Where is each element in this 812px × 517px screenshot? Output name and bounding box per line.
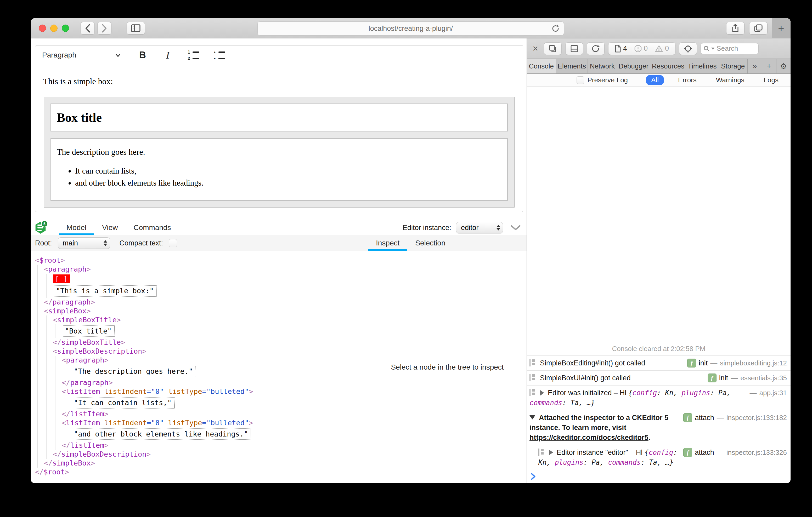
box-title-heading[interactable]: Box title	[57, 110, 501, 125]
dock-to-window-button[interactable]	[544, 42, 562, 55]
tree-line[interactable]: <$root>	[31, 256, 368, 265]
simple-box-title[interactable]: Box title	[51, 103, 508, 131]
console-message[interactable]: SimpleBoxEditing#init() got calledfinit—…	[527, 356, 790, 370]
disclosure-right-icon[interactable]	[540, 390, 544, 396]
compact-text-checkbox[interactable]	[169, 239, 177, 247]
bold-button[interactable]: B	[137, 50, 148, 61]
tree-text-node[interactable]: "Box title"	[62, 326, 115, 337]
address-bar[interactable]: localhost/creating-a-plugin/	[257, 22, 564, 35]
tree-line[interactable]: <simpleBoxTitle>	[31, 315, 368, 324]
tree-line[interactable]: <paragraph>	[31, 356, 368, 365]
tree-line[interactable]: "Box title"	[31, 324, 368, 338]
devtools-tab-resources[interactable]: Resources	[650, 59, 686, 73]
tree-line[interactable]: <simpleBoxDescription>	[31, 347, 368, 356]
element-picker-button[interactable]	[679, 42, 697, 55]
console-prompt[interactable]	[527, 470, 790, 483]
devtools-tab-network[interactable]: Network	[588, 59, 617, 73]
forward-button[interactable]	[97, 22, 111, 34]
devtools-tab-debugger[interactable]: Debugger	[617, 59, 650, 73]
inspector-tab-commands[interactable]: Commands	[126, 220, 178, 235]
tree-line[interactable]: "The description goes here."	[31, 365, 368, 378]
tree-line[interactable]: </listItem>	[31, 441, 368, 450]
tab-inspect[interactable]: Inspect	[368, 235, 407, 251]
tree-text-node[interactable]: "and other block elements like headings.…	[70, 428, 251, 440]
tree-line[interactable]: <paragraph>	[31, 265, 368, 274]
tree-line[interactable]: </simpleBox>	[31, 459, 368, 467]
source-link[interactable]: simpleboxediting.js:12	[720, 358, 787, 368]
devtools-tab-timelines[interactable]: Timelines	[686, 59, 718, 73]
devtools-tab-console[interactable]: Console	[527, 59, 556, 73]
error-count-badge[interactable]: 0	[634, 44, 648, 53]
console-link[interactable]: https://ckeditor.com/docs/ckeditor5	[529, 434, 648, 442]
tree-line[interactable]: [ ]	[31, 274, 368, 284]
heading-dropdown[interactable]: Paragraph	[42, 51, 123, 59]
warning-count-badge[interactable]: 0	[655, 44, 669, 53]
tree-text-node[interactable]: "It can contain lists,"	[70, 397, 175, 408]
tree-line[interactable]: <listItem listIndent="0" listType="bulle…	[31, 419, 368, 427]
list-item[interactable]: It can contain lists,	[75, 166, 501, 176]
source-link[interactable]: app.js:31	[759, 388, 787, 398]
numbered-list-button[interactable]: 1 2	[187, 50, 199, 61]
tree-line[interactable]: "This is a simple box:"	[31, 284, 368, 298]
simple-box-widget[interactable]: Box title The description goes here. It …	[44, 97, 515, 208]
list-item[interactable]: and other block elements like headings.	[75, 178, 501, 188]
tree-line[interactable]: </listItem>	[31, 409, 368, 419]
tree-line[interactable]: </simpleBoxTitle>	[31, 338, 368, 347]
more-tabs-icon[interactable]: »	[748, 59, 762, 73]
collapse-inspector-button[interactable]	[511, 225, 521, 231]
tab-selection[interactable]: Selection	[407, 235, 453, 251]
tab-overview-button[interactable]	[749, 22, 767, 34]
tree-line[interactable]: </simpleBoxDescription>	[31, 450, 368, 459]
tree-text-node[interactable]: "The description goes here."	[70, 366, 196, 377]
console-message[interactable]: Editor was initialized – Hl {config: Kn,…	[527, 385, 790, 410]
tree-text-node[interactable]: "This is a simple box:"	[53, 285, 157, 297]
close-inspector-button[interactable]: ×	[530, 44, 540, 53]
filter-logs[interactable]: Logs	[759, 75, 784, 85]
italic-button[interactable]: I	[162, 50, 173, 61]
page-count-badge[interactable]: 4	[615, 44, 627, 53]
share-button[interactable]	[726, 22, 745, 34]
simple-box-description[interactable]: The description goes here. It can contai…	[51, 138, 508, 201]
reload-icon[interactable]	[552, 24, 559, 33]
devtools-search[interactable]	[701, 43, 759, 54]
description-paragraph[interactable]: The description goes here.	[57, 147, 501, 157]
sidebar-button[interactable]	[126, 22, 145, 34]
disclosure-down-icon[interactable]	[529, 415, 535, 420]
new-tab-button[interactable]: +	[772, 18, 790, 38]
filter-all[interactable]: All	[646, 75, 664, 85]
inspector-tab-model[interactable]: Model	[59, 220, 94, 235]
search-input[interactable]	[716, 44, 748, 53]
disclosure-right-icon[interactable]	[549, 450, 553, 455]
close-window-button[interactable]	[39, 25, 46, 32]
tree-line[interactable]: "and other block elements like headings.…	[31, 427, 368, 441]
editor-content[interactable]: This is a simple box: Box title The desc…	[35, 65, 523, 208]
source-link[interactable]: inspector.js:133:326	[726, 448, 787, 457]
tree-line[interactable]: "It can contain lists,"	[31, 396, 368, 409]
add-tab-icon[interactable]: +	[762, 59, 776, 73]
tree-line[interactable]: <listItem listIndent="0" listType="bulle…	[31, 387, 368, 396]
intro-paragraph[interactable]: This is a simple box:	[43, 77, 519, 86]
filter-errors[interactable]: Errors	[673, 75, 702, 85]
back-button[interactable]	[81, 22, 95, 34]
filter-warnings[interactable]: Warnings	[711, 75, 750, 85]
console-message[interactable]: Editor instance "editor" – Hl {config: K…	[527, 445, 790, 470]
minimize-window-button[interactable]	[50, 25, 58, 32]
devtools-tab-storage[interactable]: Storage	[718, 59, 748, 73]
devtools-tab-elements[interactable]: Elements	[556, 59, 588, 73]
tree-line[interactable]: <simpleBox>	[31, 307, 368, 315]
console-message[interactable]: Attached the inspector to a CKEditor 5 i…	[527, 410, 790, 445]
editor-instance-select[interactable]: editor	[456, 222, 503, 234]
inspector-tab-view[interactable]: View	[95, 220, 125, 235]
tree-line[interactable]: </paragraph>	[31, 378, 368, 387]
bulleted-list-button[interactable]: • •	[213, 50, 225, 61]
settings-icon[interactable]: ⚙	[776, 59, 790, 73]
source-link[interactable]: inspector.js:133:182	[726, 413, 787, 423]
source-link[interactable]: essentials.js:35	[740, 373, 787, 383]
reload-page-button[interactable]	[587, 42, 605, 55]
preserve-log-checkbox[interactable]	[577, 76, 584, 84]
dock-to-bottom-button[interactable]	[565, 42, 583, 55]
tree-line[interactable]: </paragraph>	[31, 298, 368, 307]
console-message[interactable]: SimpleBoxUI#init() got calledfinit—essen…	[527, 370, 790, 385]
tree-line[interactable]: </$root>	[31, 467, 368, 477]
root-select[interactable]: main	[58, 237, 110, 249]
